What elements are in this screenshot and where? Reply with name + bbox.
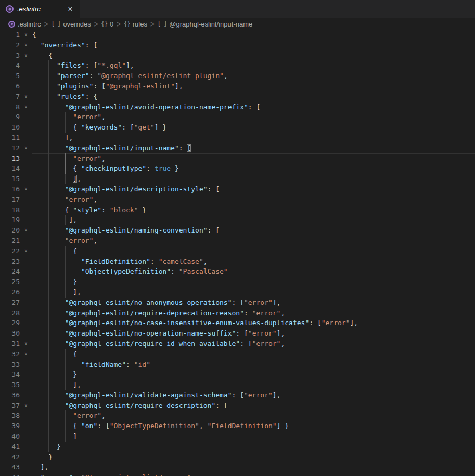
line-number[interactable]: 30 — [0, 328, 20, 339]
breadcrumb-item-rules[interactable]: {} rules — [124, 20, 147, 28]
line-number[interactable]: 35 — [0, 380, 20, 390]
line-number[interactable]: 7 — [0, 92, 20, 102]
fold-chevron-icon[interactable]: ∨ — [20, 349, 32, 359]
code-line-17[interactable]: 17 "error", — [0, 195, 475, 205]
tab-eslintrc[interactable]: .eslintrc × — [0, 0, 80, 18]
code-text[interactable]: { — [32, 246, 475, 256]
fold-chevron-icon[interactable]: ∨ — [20, 225, 32, 236]
line-number[interactable]: 22 — [0, 246, 20, 256]
code-text[interactable]: ] — [32, 431, 475, 442]
code-line-22[interactable]: 22∨ { — [0, 246, 475, 256]
code-text[interactable]: { — [32, 30, 475, 40]
code-line-31[interactable]: 31∨ "@graphql-eslint/require-id-when-ava… — [0, 339, 475, 349]
code-text[interactable]: "FieldDefinition": "camelCase", — [32, 256, 475, 267]
code-line-10[interactable]: 10 { "keywords": ["get"] } — [0, 122, 475, 133]
code-text[interactable]: "overrides": [ — [32, 40, 475, 50]
line-number[interactable]: 29 — [0, 318, 20, 328]
line-number[interactable]: 25 — [0, 277, 20, 287]
code-line-30[interactable]: 30 "@graphql-eslint/no-operation-name-su… — [0, 328, 475, 339]
line-number[interactable]: 27 — [0, 298, 20, 308]
code-line-14[interactable]: 14 { "checkInputType": true } — [0, 163, 475, 174]
code-text[interactable]: "error", — [32, 112, 475, 122]
code-line-41[interactable]: 41 } — [0, 442, 475, 452]
line-number[interactable]: 26 — [0, 287, 20, 298]
fold-chevron-icon[interactable]: ∨ — [20, 92, 32, 102]
fold-chevron-icon[interactable]: ∨ — [20, 102, 32, 112]
breadcrumb-item-overrides[interactable]: [ ] overrides — [51, 20, 91, 28]
code-text[interactable]: "ObjectTypeDefinition": "PascalCase" — [32, 266, 475, 277]
code-text[interactable]: "@graphql-eslint/naming-convention": [ — [32, 225, 475, 236]
code-line-26[interactable]: 26 ], — [0, 287, 475, 298]
code-text[interactable]: "@graphql-eslint/avoid-operation-name-pr… — [32, 102, 475, 112]
fold-chevron-icon[interactable]: ∨ — [20, 339, 32, 349]
line-number[interactable]: 34 — [0, 369, 20, 380]
code-text[interactable]: ], — [32, 287, 475, 298]
line-number[interactable]: 5 — [0, 71, 20, 81]
code-line-37[interactable]: 37∨ "@graphql-eslint/require-description… — [0, 401, 475, 411]
code-line-43[interactable]: 43 ], — [0, 462, 475, 472]
code-line-23[interactable]: 23 "FieldDefinition": "camelCase", — [0, 256, 475, 267]
line-number[interactable]: 40 — [0, 431, 20, 442]
line-number[interactable]: 33 — [0, 359, 20, 370]
code-line-34[interactable]: 34 } — [0, 369, 475, 380]
code-text[interactable]: "error", — [32, 195, 475, 205]
code-line-16[interactable]: 16∨ "@graphql-eslint/description-style":… — [0, 184, 475, 195]
code-text[interactable]: "error", — [32, 236, 475, 246]
breadcrumb-item-file[interactable]: .eslintrc — [8, 20, 41, 28]
code-text[interactable]: } — [32, 277, 475, 287]
code-line-40[interactable]: 40 ] — [0, 431, 475, 442]
code-line-25[interactable]: 25 } — [0, 277, 475, 287]
line-number[interactable]: 32 — [0, 349, 20, 359]
line-number[interactable]: 16 — [0, 184, 20, 195]
fold-chevron-icon[interactable]: ∨ — [20, 143, 32, 153]
breadcrumb-item-input-name[interactable]: [ ] @graphql-eslint/input-name — [158, 20, 253, 28]
code-line-32[interactable]: 32∨ { — [0, 349, 475, 359]
code-text[interactable]: "@graphql-eslint/validate-against-schema… — [32, 390, 475, 401]
code-line-28[interactable]: 28 "@graphql-eslint/require-deprecation-… — [0, 308, 475, 318]
line-number[interactable]: 23 — [0, 256, 20, 267]
code-text[interactable]: { "on": ["ObjectTypeDefinition", "FieldD… — [32, 421, 475, 431]
code-line-33[interactable]: 33 "fieldName": "id" — [0, 359, 475, 370]
code-text[interactable]: "@graphql-eslint/no-anonymous-operations… — [32, 298, 475, 308]
line-number[interactable]: 37 — [0, 401, 20, 411]
line-number[interactable]: 31 — [0, 339, 20, 349]
line-number[interactable]: 8 — [0, 102, 20, 112]
line-number[interactable]: 28 — [0, 308, 20, 318]
code-text[interactable]: "@graphql-eslint/require-deprecation-rea… — [32, 308, 475, 318]
line-number[interactable]: 17 — [0, 195, 20, 205]
code-text[interactable]: { "checkInputType": true } — [32, 163, 475, 174]
code-line-11[interactable]: 11 ], — [0, 133, 475, 143]
code-line-39[interactable]: 39 { "on": ["ObjectTypeDefinition", "Fie… — [0, 421, 475, 431]
code-editor[interactable]: 1∨{2∨ "overrides": [3∨ {4 "files": ["*.g… — [0, 30, 475, 476]
code-line-12[interactable]: 12∨ "@graphql-eslint/input-name": [ — [0, 143, 475, 153]
code-text[interactable]: "error", — [32, 153, 475, 164]
code-line-44[interactable]: 44 "parser": "@typescript-eslint/parser" — [0, 472, 475, 476]
code-text[interactable]: "@graphql-eslint/require-description": [ — [32, 401, 475, 411]
code-text[interactable]: "@graphql-eslint/require-id-when-availab… — [32, 339, 475, 349]
code-text[interactable]: "@graphql-eslint/input-name": [ — [32, 143, 475, 153]
code-text[interactable]: "parser": "@graphql-eslint/eslint-plugin… — [32, 71, 475, 81]
fold-chevron-icon[interactable]: ∨ — [20, 40, 32, 50]
line-number[interactable]: 20 — [0, 225, 20, 236]
breadcrumb-item-0[interactable]: {} 0 — [101, 20, 113, 28]
code-line-19[interactable]: 19 ], — [0, 215, 475, 225]
code-line-38[interactable]: 38 "error", — [0, 410, 475, 421]
code-text[interactable]: { "keywords": ["get"] } — [32, 122, 475, 133]
code-text[interactable]: "@graphql-eslint/no-operation-name-suffi… — [32, 328, 475, 339]
code-line-20[interactable]: 20∨ "@graphql-eslint/naming-convention":… — [0, 225, 475, 236]
line-number[interactable]: 43 — [0, 462, 20, 472]
code-line-2[interactable]: 2∨ "overrides": [ — [0, 40, 475, 50]
code-text[interactable]: "parser": "@typescript-eslint/parser" — [32, 472, 475, 476]
code-line-4[interactable]: 4 "files": ["*.gql"], — [0, 60, 475, 71]
code-line-27[interactable]: 27 "@graphql-eslint/no-anonymous-operati… — [0, 298, 475, 308]
code-line-3[interactable]: 3∨ { — [0, 50, 475, 61]
line-number[interactable]: 36 — [0, 390, 20, 401]
code-line-24[interactable]: 24 "ObjectTypeDefinition": "PascalCase" — [0, 266, 475, 277]
close-icon[interactable]: × — [65, 4, 75, 15]
code-line-5[interactable]: 5 "parser": "@graphql-eslint/eslint-plug… — [0, 71, 475, 81]
code-text[interactable]: "files": ["*.gql"], — [32, 60, 475, 71]
code-text[interactable]: { — [32, 50, 475, 61]
code-text[interactable]: ], — [32, 215, 475, 225]
code-text[interactable]: { "style": "block" } — [32, 205, 475, 215]
code-line-35[interactable]: 35 ], — [0, 380, 475, 390]
